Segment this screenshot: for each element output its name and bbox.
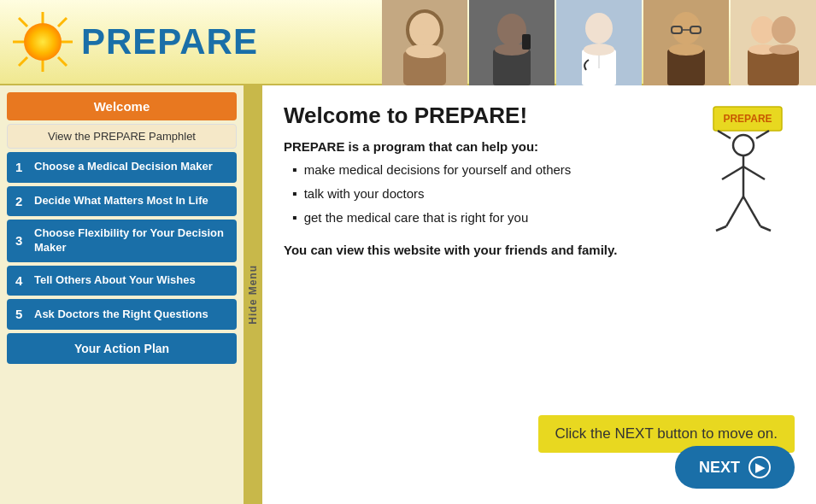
svg-line-5	[58, 57, 67, 66]
nav-step-2[interactable]: 2 Decide What Matters Most In Life	[7, 186, 237, 217]
step-num-3: 3	[15, 232, 27, 249]
step-label-3: Choose Flexibility for Your Decision Mak…	[34, 226, 228, 255]
step-label-4: Tell Others About Your Wishes	[34, 273, 196, 288]
svg-point-25	[672, 12, 701, 44]
svg-line-39	[718, 131, 731, 138]
svg-point-8	[24, 23, 62, 61]
app-title: PREPARE	[81, 21, 258, 62]
nav-pamphlet-button[interactable]: View the PREPARE Pamphlet	[7, 124, 237, 149]
next-button[interactable]: NEXT ▶	[675, 446, 795, 489]
svg-point-33	[772, 16, 795, 44]
nav-step-4[interactable]: 4 Tell Others About Your Wishes	[7, 266, 237, 296]
header-photo-1	[382, 0, 467, 85]
header-photo-5	[731, 0, 816, 85]
sun-icon	[9, 8, 77, 76]
svg-line-7	[19, 57, 27, 66]
svg-point-20	[585, 13, 613, 44]
nav-welcome-button[interactable]: Welcome	[7, 92, 237, 120]
svg-line-47	[716, 226, 726, 231]
svg-rect-34	[748, 50, 799, 85]
body-area: Welcome View the PREPARE Pamphlet 1 Choo…	[0, 85, 816, 504]
header-photo-3	[556, 0, 642, 85]
svg-line-46	[743, 196, 760, 226]
header-photos	[382, 0, 816, 85]
friends-family-text: You can view this website with your frie…	[284, 241, 651, 259]
next-button-label: NEXT	[699, 459, 740, 477]
step-num-2: 2	[15, 193, 27, 210]
svg-point-23	[584, 44, 614, 56]
header-photo-4	[643, 0, 729, 85]
svg-line-4	[19, 18, 27, 26]
svg-point-32	[751, 16, 775, 44]
step-num-4: 4	[15, 273, 27, 290]
nav-action-plan-button[interactable]: Your Action Plan	[7, 333, 237, 364]
svg-point-30	[669, 44, 703, 56]
header-photo-2	[469, 0, 555, 85]
svg-line-43	[722, 167, 743, 179]
nav-step-1[interactable]: 1 Choose a Medical Decision Maker	[7, 152, 237, 183]
svg-rect-18	[522, 34, 531, 50]
svg-point-13	[406, 44, 443, 58]
svg-point-10	[409, 13, 440, 47]
nav-step-3[interactable]: 3 Choose Flexibility for Your Decision M…	[7, 220, 237, 262]
svg-text:PREPARE: PREPARE	[723, 113, 772, 125]
hide-menu-tab[interactable]: Hide Menu	[244, 85, 262, 504]
svg-line-40	[756, 131, 769, 138]
step-label-2: Decide What Matters Most In Life	[34, 194, 208, 208]
svg-point-15	[497, 14, 526, 46]
sidebar: Welcome View the PREPARE Pamphlet 1 Choo…	[0, 85, 244, 504]
svg-point-36	[769, 44, 798, 55]
svg-line-6	[58, 18, 67, 26]
step-num-1: 1	[15, 159, 27, 176]
svg-line-45	[726, 196, 743, 226]
svg-line-48	[760, 226, 771, 231]
nav-step-5[interactable]: 5 Ask Doctors the Right Questions	[7, 299, 237, 330]
step-label-5: Ask Doctors the Right Questions	[34, 308, 208, 322]
step-num-5: 5	[15, 306, 27, 323]
logo-area: PREPARE	[0, 8, 256, 76]
next-arrow-icon: ▶	[748, 456, 771, 478]
svg-point-41	[733, 135, 754, 155]
hide-menu-label: Hide Menu	[247, 265, 259, 325]
main-content: Welcome to PREPARE! PREPARE is a program…	[262, 85, 816, 504]
step-label-1: Choose a Medical Decision Maker	[34, 160, 213, 174]
stick-figure: PREPARE	[692, 103, 795, 239]
svg-line-44	[743, 167, 765, 179]
header: PREPARE	[0, 0, 816, 85]
